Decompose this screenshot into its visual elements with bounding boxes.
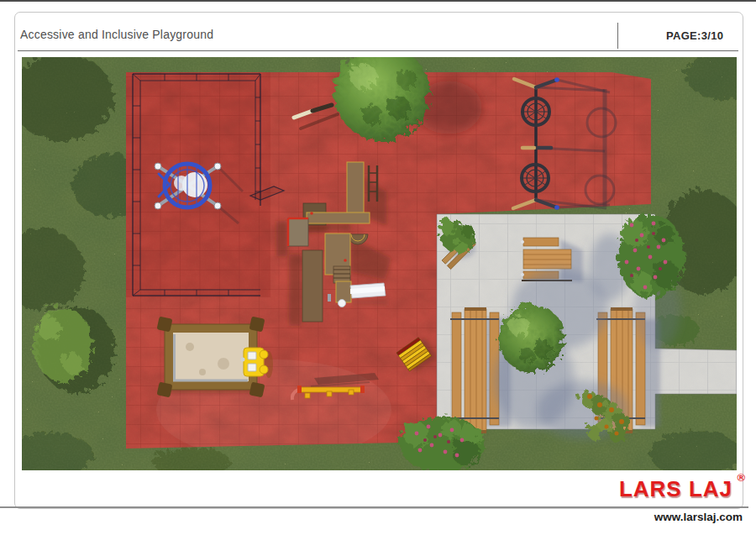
window-top-edge	[0, 0, 756, 2]
playground-plan-image	[22, 57, 737, 470]
footer-rule	[0, 506, 748, 508]
header-rule	[18, 50, 738, 51]
registered-trademark-icon: ®	[737, 471, 745, 484]
header-divider	[617, 23, 618, 49]
flower-bush	[615, 212, 682, 296]
brand-logo: LARS LAJ	[619, 476, 732, 502]
sand-digger	[241, 348, 274, 378]
document-page: Accessive and Inclusive Playground PAGE:…	[0, 0, 756, 535]
sandbox	[157, 317, 273, 398]
flower-bush	[397, 413, 481, 470]
page-title: Accessive and Inclusive Playground	[20, 28, 213, 41]
page-number: PAGE:3/10	[666, 29, 723, 42]
website-url: www.larslaj.com	[654, 511, 743, 523]
tree	[496, 302, 563, 370]
